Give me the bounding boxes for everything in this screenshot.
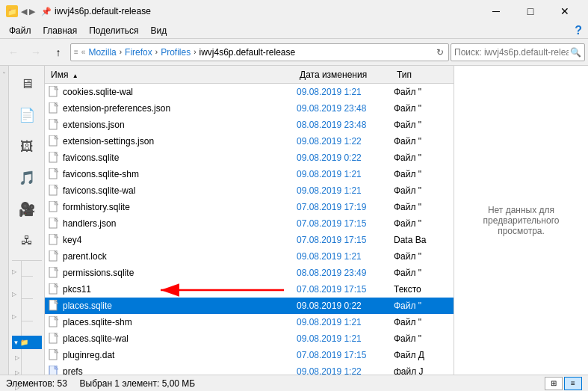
help-icon[interactable]: ? (575, 24, 585, 37)
file-icon (48, 283, 60, 295)
table-row[interactable]: extension-settings.json09.08.2019 1:22Фа… (45, 133, 454, 150)
tree-item-4[interactable]: ▷ (15, 354, 19, 361)
table-row[interactable]: cookies.sqlite-wal09.08.2019 1:21Файл " (45, 84, 454, 100)
sidebar-item-network[interactable]: 🖧 (12, 226, 42, 256)
sidebar-item-desktop[interactable]: 🖥 (12, 69, 42, 99)
table-row[interactable]: favicons.sqlite-shm09.08.2019 1:21Файл " (45, 166, 454, 182)
minimize-button[interactable]: ─ (479, 0, 513, 22)
col-header-date[interactable]: Дата изменения (297, 70, 394, 80)
menu-share[interactable]: Поделиться (83, 24, 144, 37)
table-row[interactable]: prefs09.08.2019 1:22файл J (45, 363, 454, 375)
file-name: pkcs11 (63, 284, 297, 295)
breadcrumb-profiles[interactable]: Profiles (161, 47, 191, 58)
file-type: Файл " (394, 251, 454, 262)
table-row[interactable]: places.sqlite09.08.2019 0:22Файл " (45, 298, 454, 314)
file-type: Файл " (394, 202, 454, 212)
view-details-button[interactable]: ⊞ (545, 377, 563, 390)
menu-view[interactable]: Вид (144, 24, 173, 37)
view-list-button[interactable]: ≡ (564, 377, 582, 390)
sidebar-item-video[interactable]: 🎥 (12, 194, 42, 224)
breadcrumb-firefox[interactable]: Firefox (125, 47, 152, 58)
file-icon (48, 366, 60, 375)
table-row[interactable]: parent.lock09.08.2019 1:21Файл " (45, 248, 454, 265)
file-type: Файл " (394, 169, 454, 179)
table-row[interactable]: places.sqlite-shm09.08.2019 1:21Файл " (45, 314, 454, 330)
preview-text: Нет данных для предварительного просмотр… (462, 205, 581, 236)
table-row[interactable]: key407.08.2019 17:15Data Ba (45, 232, 454, 248)
sidebar: 🖥 📄 🖼 🎵 🎥 🖧 ▷ ▷ ▷ ▼ 📁 ▷ ▷ (9, 66, 45, 375)
file-date: 09.08.2019 1:22 (297, 366, 394, 375)
file-type: Файл " (394, 301, 454, 311)
table-row[interactable]: extensions.json08.08.2019 23:48Файл " (45, 117, 454, 133)
file-icon (48, 168, 60, 180)
file-name: places.sqlite-shm (63, 317, 297, 327)
file-icon (48, 234, 60, 246)
up-button[interactable]: ↑ (48, 42, 69, 63)
maximize-button[interactable]: □ (513, 0, 548, 22)
breadcrumb-mozilla[interactable]: Mozilla (88, 47, 116, 58)
tree-item[interactable]: ▷ (12, 268, 16, 275)
tree-item-selected[interactable]: ▼ 📁 (12, 336, 42, 349)
file-name: handlers.json (63, 218, 297, 229)
file-name: favicons.sqlite (63, 153, 297, 163)
file-date: 09.08.2019 1:21 (297, 333, 394, 344)
table-row[interactable]: pkcs1107.08.2019 17:15Тексто (45, 281, 454, 298)
table-row[interactable]: extension-preferences.json09.08.2019 23:… (45, 100, 454, 117)
file-name: pluginreg.dat (63, 350, 297, 360)
sidebar-item-music[interactable]: 🎵 (12, 163, 42, 193)
status-bar: Элементов: 53 Выбран 1 элемент: 5,00 МБ … (0, 375, 588, 391)
file-name: favicons.sqlite-wal (63, 185, 297, 196)
file-date: 08.08.2019 23:48 (297, 120, 394, 130)
file-icon (48, 349, 60, 361)
tree-item-5[interactable]: ▷ (15, 369, 19, 376)
file-rows[interactable]: cookies.sqlite-wal09.08.2019 1:21Файл "e… (45, 84, 454, 375)
file-type: Тексто (394, 284, 454, 295)
table-row[interactable]: favicons.sqlite09.08.2019 0:22Файл " (45, 150, 454, 166)
file-type: Файл " (394, 218, 454, 229)
sidebar-item-pictures[interactable]: 🖼 (12, 132, 42, 161)
column-headers: Имя ▲ Дата изменения Тип (45, 66, 454, 84)
expand-strip[interactable]: › (0, 66, 9, 375)
col-header-name[interactable]: Имя ▲ (48, 70, 297, 80)
menu-file[interactable]: Файл (3, 24, 37, 37)
forward-button[interactable]: → (25, 42, 46, 63)
file-type: Файл " (394, 103, 454, 114)
file-icon (48, 218, 60, 230)
file-area: Имя ▲ Дата изменения Тип cookies.sqlite-… (45, 66, 588, 375)
table-row[interactable]: permissions.sqlite08.08.2019 23:49Файл " (45, 265, 454, 281)
file-icon (48, 300, 60, 312)
close-button[interactable]: ✕ (548, 0, 582, 22)
address-refresh-button[interactable]: ↻ (435, 46, 445, 59)
search-input[interactable] (454, 47, 569, 58)
file-icon (48, 102, 60, 114)
tree-item-3[interactable]: ▷ (12, 313, 16, 320)
table-row[interactable]: places.sqlite-wal09.08.2019 1:21Файл " (45, 330, 454, 347)
window-title: iwvj4s6p.default-release (55, 6, 151, 16)
search-box[interactable]: 🔍 (451, 43, 585, 61)
file-type: Файл " (394, 120, 454, 130)
sidebar-item-documents[interactable]: 📄 (12, 100, 42, 130)
file-type: Файл " (394, 136, 454, 147)
file-type: Файл " (394, 317, 454, 327)
view-buttons: ⊞ ≡ (545, 377, 582, 390)
file-name: favicons.sqlite-shm (63, 169, 297, 179)
col-header-type[interactable]: Тип (394, 70, 454, 80)
file-name: extensions.json (63, 120, 297, 130)
file-date: 09.08.2019 1:21 (297, 317, 394, 327)
breadcrumb-current: iwvj4s6p.default-release (199, 47, 295, 58)
tree-item-2[interactable]: ▷ (12, 291, 16, 298)
status-count: Элементов: 53 Выбран 1 элемент: 5,00 МБ (6, 378, 195, 389)
file-icon (48, 250, 60, 262)
table-row[interactable]: pluginreg.dat07.08.2019 17:15Файл Д (45, 347, 454, 363)
file-type: Data Ba (394, 235, 454, 245)
table-row[interactable]: favicons.sqlite-wal09.08.2019 1:21Файл " (45, 182, 454, 199)
back-button[interactable]: ← (3, 42, 24, 63)
tree-item-6[interactable]: ▷ (15, 384, 19, 391)
address-bar[interactable]: ≡ « Mozilla › Firefox › Profiles › iwvj4… (70, 43, 449, 61)
file-name: places.sqlite (63, 301, 297, 311)
table-row[interactable]: formhistory.sqlite07.08.2019 17:19Файл " (45, 199, 454, 215)
table-row[interactable]: handlers.json07.08.2019 17:15Файл " (45, 215, 454, 232)
file-date: 09.08.2019 0:22 (297, 301, 394, 311)
menu-home[interactable]: Главная (37, 24, 84, 37)
title-bar: 📁 ◀ ▶ 📌 iwvj4s6p.default-release ─ □ ✕ (0, 0, 588, 22)
